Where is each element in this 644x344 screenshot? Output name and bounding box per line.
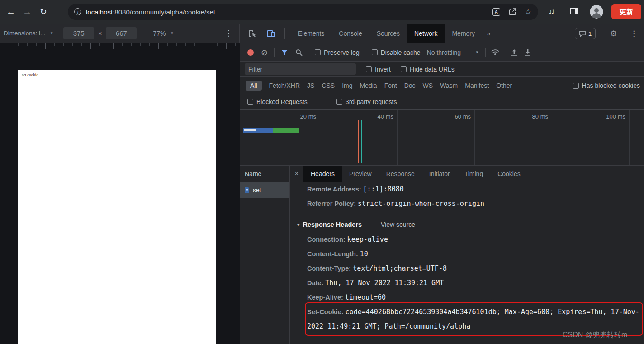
chip-media[interactable]: Media	[360, 82, 377, 89]
network-conditions-icon[interactable]	[491, 49, 499, 56]
device-height-input[interactable]	[106, 27, 137, 39]
chip-ws[interactable]: WS	[423, 82, 433, 89]
download-icon-svg	[524, 49, 531, 56]
import-har-icon[interactable]	[511, 49, 518, 56]
forward-icon[interactable]: →	[19, 7, 35, 17]
request-row-set[interactable]: set	[240, 182, 289, 198]
throttling-select[interactable]: No throttling ▼	[427, 49, 479, 56]
preserve-log-checkbox-box[interactable]	[315, 49, 321, 55]
tab-network[interactable]: Network	[407, 24, 445, 43]
timeline-label-80ms: 80 ms	[521, 113, 548, 120]
has-blocked-cookies-checkbox[interactable]: Has blocked cookies	[573, 82, 640, 89]
header-value: strict-origin-when-cross-origin	[358, 200, 484, 208]
view-source-button[interactable]: View source	[381, 221, 415, 228]
device-width-input[interactable]	[63, 27, 94, 39]
preserve-log-checkbox[interactable]: Preserve log	[315, 49, 360, 56]
search-icon[interactable]	[295, 49, 303, 56]
details-tab-cookies[interactable]: Cookies	[490, 166, 528, 182]
header-value: 10	[360, 250, 368, 258]
device-toolbar-menu-icon[interactable]: ⋮	[225, 29, 233, 38]
network-overview-timeline[interactable]: 20 ms 40 ms 60 ms 80 ms 100 ms	[240, 110, 644, 166]
more-tabs-icon[interactable]: »	[482, 24, 495, 43]
tab-sources[interactable]: Sources	[369, 24, 407, 43]
wifi-gear-icon-svg	[491, 49, 499, 56]
tab-console[interactable]: Console	[331, 24, 369, 43]
chip-font[interactable]: Font	[384, 82, 397, 89]
device-toolbar-toggle-icon[interactable]	[266, 29, 275, 40]
devtools-menu-icon[interactable]: ⋮	[630, 29, 638, 38]
has-blocked-cookies-checkbox-box[interactable]	[573, 83, 579, 89]
waterfall-queue-segment	[244, 129, 256, 131]
invert-checkbox-box[interactable]	[366, 66, 372, 72]
zoom-select[interactable]: 77%	[153, 30, 166, 37]
waterfall-content-segment	[273, 128, 299, 133]
close-details-icon[interactable]: ×	[290, 166, 303, 182]
side-panel-icon[interactable]	[570, 8, 578, 14]
chip-doc[interactable]: Doc	[404, 82, 416, 89]
clear-network-log-icon[interactable]: ⊘	[261, 48, 268, 57]
chip-manifest[interactable]: Manifest	[465, 82, 489, 89]
invert-label: Invert	[375, 66, 391, 73]
export-har-icon[interactable]	[524, 49, 531, 56]
header-name: Keep-Alive:	[307, 294, 343, 301]
chip-all[interactable]: All	[246, 81, 262, 91]
settings-gear-icon[interactable]: ⚙	[610, 29, 617, 38]
details-tab-preview[interactable]: Preview	[342, 166, 379, 182]
inspect-element-icon[interactable]	[247, 29, 256, 40]
tab-elements[interactable]: Elements	[291, 24, 331, 43]
emulated-page[interactable]: set cookie	[18, 70, 216, 344]
zoom-caret-icon: ▼	[170, 31, 174, 35]
update-button[interactable]: 更新	[611, 4, 641, 19]
third-party-requests-checkbox-box[interactable]	[336, 99, 342, 105]
invert-checkbox[interactable]: Invert	[366, 66, 391, 73]
chip-other[interactable]: Other	[496, 82, 512, 89]
timeline-gridline	[629, 110, 630, 165]
url-path: :8080/community/alpha/cookie/set	[113, 8, 215, 16]
filter-input[interactable]	[245, 63, 356, 75]
dimensions-select[interactable]: Dimensions: i...	[4, 30, 45, 37]
details-tab-response[interactable]: Response	[379, 166, 422, 182]
header-name: Remote Address:	[307, 186, 361, 193]
network-toolbar: ⊘ Preserve log Disable cach	[240, 43, 644, 62]
blocked-requests-checkbox-box[interactable]	[247, 99, 253, 105]
url-host: localhost	[86, 8, 113, 16]
back-icon[interactable]: ←	[3, 7, 19, 17]
chip-wasm[interactable]: Wasm	[440, 82, 458, 89]
third-party-requests-checkbox[interactable]: 3rd-party requests	[336, 98, 397, 105]
profile-avatar[interactable]	[590, 5, 603, 19]
hide-data-urls-checkbox-box[interactable]	[401, 66, 407, 72]
toolbar-separator	[274, 48, 275, 57]
reload-icon[interactable]: ↻	[35, 7, 52, 17]
details-tab-initiator[interactable]: Initiator	[422, 166, 457, 182]
disable-cache-checkbox-box[interactable]	[372, 49, 378, 55]
devtools-tabbar: Elements Console Sources Network Memory …	[240, 24, 644, 43]
headers-content: Remote Address: [::1]:8080 Referrer Poli…	[290, 182, 644, 344]
header-row-content-type: Content-Type: text/html;charset=UTF-8	[307, 261, 641, 276]
hide-data-urls-checkbox[interactable]: Hide data URLs	[401, 66, 455, 73]
details-tab-timing[interactable]: Timing	[457, 166, 491, 182]
translate-icon[interactable]: A	[492, 8, 500, 16]
record-network-log-icon[interactable]	[247, 49, 254, 56]
filter-funnel-icon[interactable]	[281, 49, 288, 56]
issues-counter-button[interactable]: 1	[575, 28, 596, 39]
hide-data-urls-label: Hide data URLs	[410, 66, 455, 73]
tab-memory[interactable]: Memory	[445, 24, 482, 43]
chip-img[interactable]: Img	[342, 82, 352, 89]
toolbar-separator	[505, 48, 505, 57]
name-column-header[interactable]: Name	[240, 166, 289, 182]
request-filters-row: Blocked Requests 3rd-party requests	[240, 94, 644, 110]
share-icon[interactable]	[508, 8, 516, 16]
chip-js[interactable]: JS	[307, 82, 314, 89]
media-controls-icon[interactable]: ♫	[548, 6, 554, 16]
header-row-connection: Connection: keep-alive	[307, 232, 641, 247]
blocked-requests-checkbox[interactable]: Blocked Requests	[247, 98, 308, 105]
browser-toolbar: ← → ↻ i localhost :8080/community/alpha/…	[0, 0, 644, 24]
bookmark-star-icon[interactable]: ☆	[525, 7, 532, 17]
disable-cache-checkbox[interactable]: Disable cache	[372, 49, 421, 56]
url-bar[interactable]: i localhost :8080/community/alpha/cookie…	[68, 4, 538, 20]
chip-css[interactable]: CSS	[322, 82, 335, 89]
details-tab-headers[interactable]: Headers	[303, 166, 342, 182]
disclosure-triangle-icon[interactable]: ▾	[297, 222, 300, 228]
chip-fetch-xhr[interactable]: Fetch/XHR	[269, 82, 300, 89]
page-info-icon[interactable]: i	[74, 8, 81, 15]
